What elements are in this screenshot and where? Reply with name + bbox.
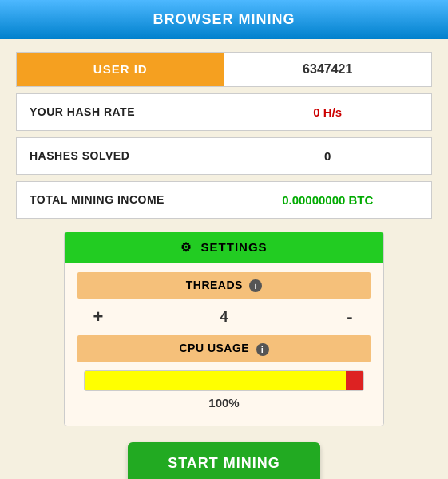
cpu-usage-label-row: CPU USAGE i — [77, 335, 371, 362]
hash-rate-row: YOUR HASH RATE 0 H/s — [16, 93, 432, 131]
threads-control: + 4 - — [77, 305, 371, 335]
hashes-solved-value: 0 — [224, 138, 432, 174]
threads-label-row: THREADS i — [77, 272, 371, 299]
settings-container: ⚙ SETTINGS THREADS i + 4 - CPU USAGE i — [64, 232, 384, 426]
hashes-solved-label: HASHES SOLVED — [17, 138, 224, 174]
header-title: BROWSER MINING — [153, 11, 295, 27]
threads-info-icon[interactable]: i — [249, 279, 262, 292]
user-id-value: 6347421 — [224, 53, 432, 86]
mining-income-row: TOTAL MINING INCOME 0.00000000 BTC — [16, 181, 432, 219]
start-button-container: START MINING — [16, 442, 432, 479]
main-content: USER ID 6347421 YOUR HASH RATE 0 H/s HAS… — [0, 39, 448, 479]
user-id-row: USER ID 6347421 — [16, 52, 432, 87]
cpu-bar-red-end — [346, 371, 363, 390]
cpu-info-icon[interactable]: i — [256, 343, 269, 356]
user-id-label: USER ID — [17, 53, 224, 86]
threads-label: THREADS — [186, 279, 243, 291]
page-header: BROWSER MINING — [0, 0, 448, 39]
threads-plus-button[interactable]: + — [84, 308, 113, 326]
cpu-usage-label: CPU USAGE — [179, 342, 249, 354]
cpu-percent-value: 100% — [84, 396, 364, 410]
cpu-bar-container: 100% — [77, 370, 371, 413]
hash-rate-label: YOUR HASH RATE — [17, 94, 224, 130]
threads-value: 4 — [220, 309, 228, 326]
cpu-bar-track — [84, 370, 364, 391]
settings-header: ⚙ SETTINGS — [65, 232, 383, 263]
start-mining-button[interactable]: START MINING — [128, 442, 320, 479]
settings-body: THREADS i + 4 - CPU USAGE i 100% — [65, 263, 383, 426]
hashes-solved-row: HASHES SOLVED 0 — [16, 137, 432, 175]
mining-income-value: 0.00000000 BTC — [224, 182, 432, 218]
settings-title: SETTINGS — [201, 240, 268, 254]
cpu-bar-fill — [85, 371, 363, 390]
gear-icon: ⚙ — [180, 240, 192, 255]
mining-income-label: TOTAL MINING INCOME — [17, 182, 224, 218]
hash-rate-value: 0 H/s — [224, 94, 432, 130]
threads-minus-button[interactable]: - — [335, 308, 364, 326]
